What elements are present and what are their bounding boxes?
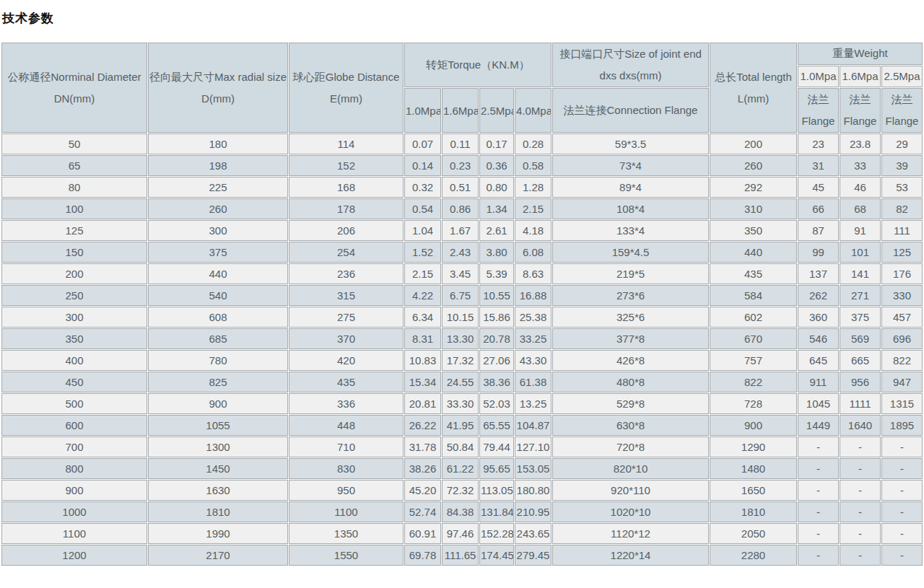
cell: 608 xyxy=(148,307,288,328)
cell: 1480 xyxy=(710,458,797,479)
cell: 0.80 xyxy=(479,177,514,198)
cell: 685 xyxy=(148,328,288,349)
cell: 1449 xyxy=(798,415,839,436)
cell: 153.05 xyxy=(515,458,552,479)
cell: 152.28 xyxy=(479,523,514,544)
cell: 700 xyxy=(1,436,147,457)
table-row: 802251680.320.510.801.2889*4292454653 xyxy=(1,177,923,198)
table-row: 2505403154.226.7510.5516.88273*658426227… xyxy=(1,285,923,306)
cell: 114 xyxy=(289,133,404,154)
cell: 2170 xyxy=(148,545,288,566)
cell: 91 xyxy=(840,220,881,241)
cell: 292 xyxy=(710,177,797,198)
cell: 133*4 xyxy=(552,220,709,241)
cell: 2280 xyxy=(710,545,797,566)
cell: 206 xyxy=(289,220,404,241)
cell: 1990 xyxy=(148,523,288,544)
cell: - xyxy=(881,545,923,566)
cell: 180.80 xyxy=(515,480,552,501)
cell: 2.15 xyxy=(404,263,441,284)
cell: 500 xyxy=(1,393,147,414)
header-joint-end-size-unit: dxs dxs(mm) xyxy=(554,65,707,87)
header-total-length-unit: L(mm) xyxy=(711,88,796,110)
cell: 0.32 xyxy=(404,177,441,198)
cell: 2050 xyxy=(710,523,797,544)
cell: - xyxy=(798,545,839,566)
cell: - xyxy=(840,545,881,566)
cell: 65 xyxy=(1,155,147,176)
cell: 600 xyxy=(1,415,147,436)
cell: 825 xyxy=(148,372,288,392)
cell: 250 xyxy=(1,285,147,306)
cell: 80 xyxy=(1,177,147,198)
cell: 6.08 xyxy=(515,242,552,263)
cell: 66 xyxy=(798,198,839,219)
cell: 95.65 xyxy=(479,458,514,479)
cell: 1630 xyxy=(148,480,288,501)
cell: 45.20 xyxy=(404,480,441,501)
cell: 125 xyxy=(881,242,923,263)
header-globe-distance-cn-en: 球心距Globe Distance xyxy=(290,66,402,88)
table-row: 1253002061.041.672.614.18133*43508791111 xyxy=(1,220,923,241)
cell: 1895 xyxy=(881,415,923,436)
cell: 3.45 xyxy=(442,263,479,284)
cell: 33.25 xyxy=(515,328,552,349)
cell: 27.06 xyxy=(479,350,514,371)
table-body: 501801140.070.110.170.2859*3.52002323.82… xyxy=(1,133,923,566)
cell: 180 xyxy=(148,133,288,154)
cell: 1810 xyxy=(148,501,288,522)
cell: 101 xyxy=(840,242,881,263)
cell: 150 xyxy=(1,242,147,263)
cell: 31.78 xyxy=(404,436,441,457)
header-flange-2-en: Flange xyxy=(841,110,879,132)
cell: 97.46 xyxy=(442,523,479,544)
cell: 89*4 xyxy=(552,177,709,198)
cell: 15.34 xyxy=(404,372,441,392)
cell: 1200 xyxy=(1,545,147,566)
cell: 43.30 xyxy=(515,350,552,371)
cell: 159*4.5 xyxy=(552,242,709,263)
header-total-length-cn-en: 总长Total length xyxy=(711,66,796,88)
cell: 8.63 xyxy=(515,263,552,284)
cell: 33.30 xyxy=(442,393,479,414)
cell: 1640 xyxy=(840,415,881,436)
cell: 800 xyxy=(1,458,147,479)
cell: 900 xyxy=(710,415,797,436)
cell: 84.38 xyxy=(442,501,479,522)
cell: 8.31 xyxy=(404,328,441,349)
cell: 2.15 xyxy=(515,198,552,219)
cell: 900 xyxy=(148,393,288,414)
cell: - xyxy=(798,480,839,501)
cell: 60.91 xyxy=(404,523,441,544)
cell: 6.34 xyxy=(404,307,441,328)
cell: 584 xyxy=(710,285,797,306)
cell: 630*8 xyxy=(552,415,709,436)
cell: 4.18 xyxy=(515,220,552,241)
cell: 529*8 xyxy=(552,393,709,414)
cell: 710 xyxy=(289,436,404,457)
cell: 38.36 xyxy=(479,372,514,392)
cell: 3.80 xyxy=(479,242,514,263)
cell: 152 xyxy=(289,155,404,176)
cell: 820*10 xyxy=(552,458,709,479)
cell: 1350 xyxy=(289,523,404,544)
cell: - xyxy=(881,501,923,522)
cell: - xyxy=(840,480,881,501)
header-connection-flange: 法兰连接Connection Flange xyxy=(552,88,709,133)
cell: 696 xyxy=(881,328,923,349)
table-row: 50090033620.8133.3052.0313.25529*8728104… xyxy=(1,393,923,414)
table-row: 12002170155069.78111.65174.45279.451220*… xyxy=(1,545,923,566)
cell: 956 xyxy=(840,372,881,392)
cell: 310 xyxy=(710,198,797,219)
cell: 46 xyxy=(840,177,881,198)
header-joint-end-size-cn-en: 接口端口尺寸Size of joint end xyxy=(554,43,707,65)
header-max-radial-size-cn-en: 径向最大尺寸Max radial size xyxy=(149,66,287,88)
cell: 82 xyxy=(881,198,923,219)
cell: - xyxy=(840,501,881,522)
table-row: 900163095045.2072.32113.05180.80920*1101… xyxy=(1,480,923,501)
header-flange-3-cn: 法兰 xyxy=(883,89,921,110)
cell: 174.45 xyxy=(479,545,514,566)
header-torque-1.6mpa: 1.6Mpa xyxy=(442,88,479,133)
cell: 65.55 xyxy=(479,415,514,436)
cell: 435 xyxy=(710,263,797,284)
